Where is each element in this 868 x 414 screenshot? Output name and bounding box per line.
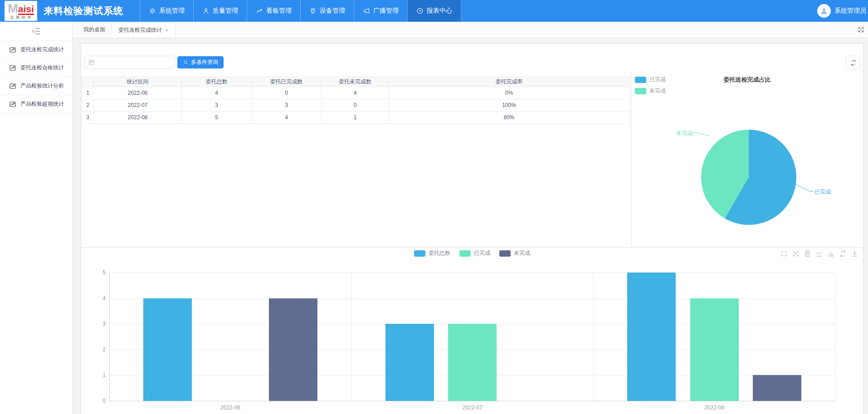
bar-2022-08-委托总数[interactable] xyxy=(627,273,676,401)
menu-fold-icon xyxy=(31,26,41,36)
search-icon xyxy=(183,59,189,65)
nav-item-label: 设备管理 xyxy=(320,7,345,15)
y-axis-tick: 4 xyxy=(88,295,106,302)
calendar-icon xyxy=(88,59,95,66)
table-cell: 3 xyxy=(182,99,252,112)
row-index: 2 xyxy=(82,99,94,112)
gridline-x-3 xyxy=(835,273,836,401)
tab-close-icon[interactable]: × xyxy=(165,27,169,33)
nav-menu: 系统管理质量管理看板管理设备管理广播管理报表中心 xyxy=(140,0,461,22)
nav-item-label: 广播管理 xyxy=(373,7,399,15)
search-icon xyxy=(183,59,189,65)
table-cell: 4 xyxy=(182,87,252,99)
fullscreen-button[interactable] xyxy=(858,26,864,35)
line-chart-box-icon xyxy=(9,46,16,54)
calendar-icon xyxy=(88,59,95,66)
table-row[interactable]: 22022-07330100% xyxy=(82,99,629,112)
gridline-x-0 xyxy=(109,273,110,401)
table-cell: 1 xyxy=(322,112,389,124)
nav-item-看板管理[interactable]: 看板管理 xyxy=(247,0,300,22)
table-cell: 2022-06 xyxy=(94,87,182,99)
sidebar-item-label: 产品检验超期统计 xyxy=(20,100,64,108)
table-row[interactable]: 32022-0854180% xyxy=(82,112,629,124)
pie-legend: 已完成未完成 xyxy=(635,76,666,95)
multi-condition-query-button[interactable]: 多条件查询 xyxy=(177,56,224,68)
avatar[interactable] xyxy=(817,4,831,18)
x-axis-tick: 2022-08 xyxy=(704,404,724,411)
date-range-input[interactable] xyxy=(84,56,175,68)
app-logo: M aisi 迈·斯·软·件 xyxy=(5,1,37,21)
sidebar-collapse-button[interactable] xyxy=(0,22,72,41)
table-cell: 4 xyxy=(252,112,322,124)
statistics-table: 统计区间委托总数委托已完成数委托未完成数委托完成率 12022-064040%2… xyxy=(82,77,629,124)
query-toolbar: 多条件查询 xyxy=(81,44,863,71)
bar-2022-07-委托总数[interactable] xyxy=(385,324,434,401)
bar-2022-06-委托总数[interactable] xyxy=(143,298,192,401)
table-cell: 3 xyxy=(252,99,322,112)
legend-swatch xyxy=(635,88,646,94)
user-name: 系统管理员 xyxy=(834,7,866,15)
gridline-x-2 xyxy=(593,273,594,401)
report-clock-icon xyxy=(416,7,424,15)
refresh-button[interactable] xyxy=(846,56,860,69)
nav-item-报表中心[interactable]: 报表中心 xyxy=(407,0,461,22)
table-cell: 0 xyxy=(252,87,322,99)
bar-2022-08-已完成[interactable] xyxy=(690,298,739,401)
main-content: 多条件查询 统计区间委托总数委托已完成数委托未完成数委托完成率 12022-06… xyxy=(73,38,868,414)
table-column-header: 统计区间 xyxy=(94,77,182,87)
tab-我的桌面[interactable]: 我的桌面 xyxy=(77,22,112,38)
logo-brand: M aisi xyxy=(8,3,34,15)
sidebar-item-产品检验统计分析[interactable]: 产品检验统计分析 xyxy=(0,77,72,95)
table-cell: 80% xyxy=(389,112,629,124)
pie-legend-item-已完成[interactable]: 已完成 xyxy=(635,76,666,83)
top-navbar: M aisi 迈·斯·软·件 来料检验测试系统 系统管理质量管理看板管理设备管理… xyxy=(0,0,868,22)
row-index: 1 xyxy=(82,87,94,99)
date-field[interactable] xyxy=(95,56,175,68)
x-axis-tick: 2022-06 xyxy=(220,404,240,411)
pie-chart[interactable] xyxy=(701,130,796,225)
bar-2022-07-已完成[interactable] xyxy=(448,324,497,401)
nav-item-系统管理[interactable]: 系统管理 xyxy=(140,0,193,22)
table-cell: 2022-08 xyxy=(94,112,182,124)
quality-person-icon xyxy=(202,7,210,15)
summary-section: 统计区间委托总数委托已完成数委托未完成数委托完成率 12022-064040%2… xyxy=(81,71,863,248)
nav-item-设备管理[interactable]: 设备管理 xyxy=(300,0,354,22)
user-menu[interactable]: 系统管理员 xyxy=(817,4,868,18)
trend-chart-icon xyxy=(256,7,263,15)
bar-2022-08-未完成[interactable] xyxy=(753,375,801,401)
pie-chart-panel: 委托送检完成占比 已完成未完成 未完成 已完成 xyxy=(631,71,863,247)
bar-2022-06-未完成[interactable] xyxy=(269,298,317,401)
sidebar-item-产品检验超期统计[interactable]: 产品检验超期统计 xyxy=(0,95,72,113)
x-axis-tick: 2022-07 xyxy=(462,404,482,411)
sidebar-item-label: 委托送检完成统计 xyxy=(20,46,64,54)
table-cell: 5 xyxy=(182,112,252,124)
sidebar-item-委托送检合格统计[interactable]: 委托送检合格统计 xyxy=(0,59,72,77)
table-column-header: 委托已完成数 xyxy=(252,77,322,87)
sidebar-item-label: 委托送检合格统计 xyxy=(20,64,64,72)
tab-委托送检完成统计[interactable]: 委托送检完成统计× xyxy=(112,22,176,38)
pie-legend-item-未完成[interactable]: 未完成 xyxy=(635,87,666,95)
nav-item-label: 报表中心 xyxy=(427,7,452,15)
sidebar-item-委托送检完成统计[interactable]: 委托送检完成统计 xyxy=(0,41,72,59)
y-axis-tick: 0 xyxy=(88,398,106,404)
legend-label: 已完成 xyxy=(649,76,666,83)
nav-item-广播管理[interactable]: 广播管理 xyxy=(354,0,407,22)
line-chart-box-icon xyxy=(9,101,16,108)
pie-chart-title: 委托送检完成占比 xyxy=(631,76,863,84)
nav-item-label: 系统管理 xyxy=(159,7,185,15)
y-axis-tick: 2 xyxy=(88,346,106,353)
legend-swatch xyxy=(635,77,646,83)
table-cell: 100% xyxy=(389,99,629,112)
table-column-header: 委托未完成数 xyxy=(322,77,389,87)
table-row[interactable]: 12022-064040% xyxy=(82,87,629,99)
table-cell: 0 xyxy=(322,99,389,112)
nav-item-label: 看板管理 xyxy=(266,7,292,15)
device-icon xyxy=(309,7,317,15)
logo-subtitle: 迈·斯·软·件 xyxy=(10,16,32,19)
report-card: 多条件查询 统计区间委托总数委托已完成数委托未完成数委托完成率 12022-06… xyxy=(81,44,863,414)
bar-chart-panel: 委托总数已完成未完成 0123452022-062022-072022-08 xyxy=(81,248,863,414)
table-header: 统计区间委托总数委托已完成数委托未完成数委托完成率 xyxy=(82,77,629,87)
fullscreen-expand-icon xyxy=(858,26,864,33)
nav-item-质量管理[interactable]: 质量管理 xyxy=(193,0,247,22)
bar-chart: 0123452022-062022-072022-08 xyxy=(81,248,863,414)
